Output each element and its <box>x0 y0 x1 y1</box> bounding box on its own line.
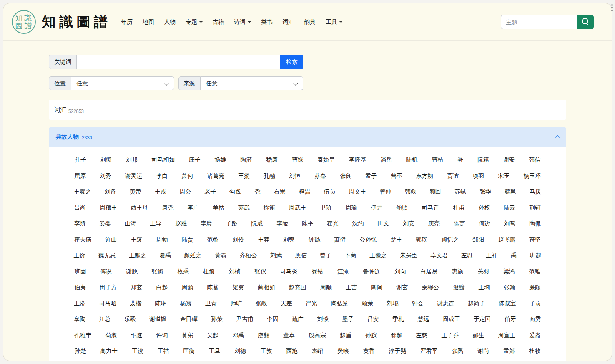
person-link[interactable]: 卓文君 <box>430 252 448 259</box>
person-link[interactable]: 向秀 <box>530 316 541 323</box>
person-link[interactable]: 伊尹 <box>371 204 382 212</box>
person-link[interactable]: 李陵 <box>276 220 288 227</box>
person-link[interactable]: 苏武 <box>238 204 250 212</box>
person-link[interactable]: 石崇 <box>274 188 285 195</box>
person-link[interactable]: 吕尚 <box>74 204 86 212</box>
nav-item-vocabulary[interactable]: 词汇 <box>283 18 294 26</box>
person-link[interactable]: 张禹 <box>452 347 463 355</box>
person-link[interactable]: 左慈 <box>416 332 427 339</box>
person-link[interactable]: 陈叔宝 <box>499 300 516 307</box>
person-link[interactable]: 项羽 <box>473 172 484 180</box>
person-link[interactable]: 曹植 <box>432 156 443 164</box>
person-link[interactable]: 顾恺之 <box>441 236 459 243</box>
person-link[interactable]: 范蠡 <box>207 236 219 243</box>
person-link[interactable]: 李固 <box>267 316 279 323</box>
person-link[interactable]: 马援 <box>530 188 541 195</box>
person-link[interactable]: 庾亮 <box>428 220 440 227</box>
person-link[interactable]: 周瑜 <box>346 204 357 212</box>
person-link[interactable]: 勾践 <box>229 188 241 195</box>
person-link[interactable]: 金日磾 <box>180 316 198 323</box>
person-link[interactable]: 严君平 <box>420 347 437 355</box>
person-link[interactable]: 孟子 <box>365 172 377 180</box>
person-link[interactable]: 刘恒 <box>289 172 301 180</box>
person-link[interactable]: 孙策 <box>211 316 223 323</box>
person-link[interactable]: 高力士 <box>100 347 118 355</box>
person-link[interactable]: 伯夷 <box>74 284 86 291</box>
person-link[interactable]: 吴起 <box>207 332 219 339</box>
person-link[interactable]: 乐毅 <box>124 316 136 323</box>
diangu-panel-header[interactable]: 典故人物 2330 <box>49 127 566 147</box>
person-link[interactable]: 江淹 <box>337 268 349 275</box>
person-link[interactable]: 子路 <box>226 220 238 227</box>
person-link[interactable]: 刘桢 <box>229 268 240 275</box>
scrollbar[interactable] <box>611 3 613 12</box>
person-link[interactable]: 李斯 <box>74 220 86 227</box>
person-link[interactable]: 王吉 <box>346 284 357 291</box>
person-link[interactable]: 赵简子 <box>468 300 485 307</box>
person-link[interactable]: 刘彻 <box>100 156 112 164</box>
person-link[interactable]: 傅说 <box>100 268 112 275</box>
person-link[interactable]: 班固 <box>75 268 86 275</box>
person-link[interactable]: 蔺相如 <box>258 284 275 291</box>
person-link[interactable]: 慧远 <box>417 316 429 323</box>
person-link[interactable]: 尧 <box>254 188 260 195</box>
person-link[interactable]: 淳于髡 <box>389 347 406 355</box>
person-link[interactable]: 老子 <box>204 188 216 195</box>
person-link[interactable]: 刘安 <box>403 220 414 227</box>
person-link[interactable]: 王珣 <box>479 284 490 291</box>
person-link[interactable]: 朱买臣 <box>400 252 417 259</box>
person-link[interactable]: 孔融 <box>264 172 275 180</box>
person-link[interactable]: 王祥 <box>486 252 497 259</box>
person-link[interactable]: 陈寔 <box>454 220 465 227</box>
person-link[interactable]: 李广 <box>187 204 199 212</box>
person-link[interactable]: 东方朔 <box>416 172 433 180</box>
person-link[interactable]: 杜甫 <box>453 204 464 212</box>
person-link[interactable]: 王莽 <box>258 236 269 243</box>
person-link[interactable]: 顾荣 <box>362 300 373 307</box>
person-link[interactable]: 江总 <box>99 316 111 323</box>
person-link[interactable]: 陶潜 <box>240 156 252 164</box>
person-link[interactable]: 陶弘景 <box>331 300 348 307</box>
person-link[interactable]: 子贡 <box>530 300 541 307</box>
person-link[interactable]: 钟繇 <box>309 236 320 243</box>
nav-item-map[interactable]: 地图 <box>143 18 154 26</box>
person-link[interactable]: 李白 <box>156 172 168 180</box>
person-link[interactable]: 陆机 <box>406 156 418 164</box>
person-link[interactable]: 齐桓公 <box>240 252 257 259</box>
person-link[interactable]: 王粲 <box>238 172 250 180</box>
person-link[interactable]: 范雎 <box>529 268 540 275</box>
person-link[interactable]: 皋陶 <box>74 316 85 323</box>
person-link[interactable]: 董卓 <box>283 332 295 339</box>
keyword-input[interactable] <box>77 55 280 69</box>
person-link[interactable]: 陆贾 <box>181 236 193 243</box>
person-link[interactable]: 曹丕 <box>391 172 402 180</box>
person-link[interactable]: 诸葛亮 <box>207 172 224 180</box>
person-link[interactable]: 荆轲 <box>529 204 541 212</box>
person-link[interactable]: 爰盎 <box>529 332 541 339</box>
person-link[interactable]: 司马迁 <box>422 204 439 212</box>
person-link[interactable]: 张翰 <box>504 284 515 291</box>
person-link[interactable]: 陈平 <box>302 220 313 227</box>
person-link[interactable]: 汲黯 <box>453 284 464 291</box>
person-link[interactable]: 唐尧 <box>162 204 173 212</box>
person-link[interactable]: 张衡 <box>152 268 163 275</box>
person-link[interactable]: 谢灵运 <box>125 172 142 180</box>
person-link[interactable]: 晁错 <box>312 268 323 275</box>
search-submit-button[interactable]: 检索 <box>280 55 303 69</box>
person-link[interactable]: 师旷 <box>230 300 242 307</box>
person-link[interactable]: 邹阳 <box>473 236 484 243</box>
person-link[interactable]: 刘骜 <box>504 220 515 227</box>
person-link[interactable]: 廉颇 <box>529 284 541 291</box>
person-link[interactable]: 王济 <box>74 300 85 307</box>
person-link[interactable]: 刘琨 <box>387 300 398 307</box>
person-link[interactable]: 曾子 <box>320 252 331 259</box>
person-link[interactable]: 鲍照 <box>396 204 408 212</box>
person-link[interactable]: 李隆基 <box>349 156 366 164</box>
person-link[interactable]: 王敦 <box>260 347 272 355</box>
person-link[interactable]: 孟郊 <box>503 347 515 355</box>
person-link[interactable]: 荀淑 <box>105 332 117 339</box>
person-link[interactable]: 赵盾 <box>340 332 351 339</box>
person-link[interactable]: 孙楚 <box>75 347 86 355</box>
person-link[interactable]: 苻坚 <box>529 236 541 243</box>
person-link[interactable]: 刘伶 <box>233 236 244 243</box>
